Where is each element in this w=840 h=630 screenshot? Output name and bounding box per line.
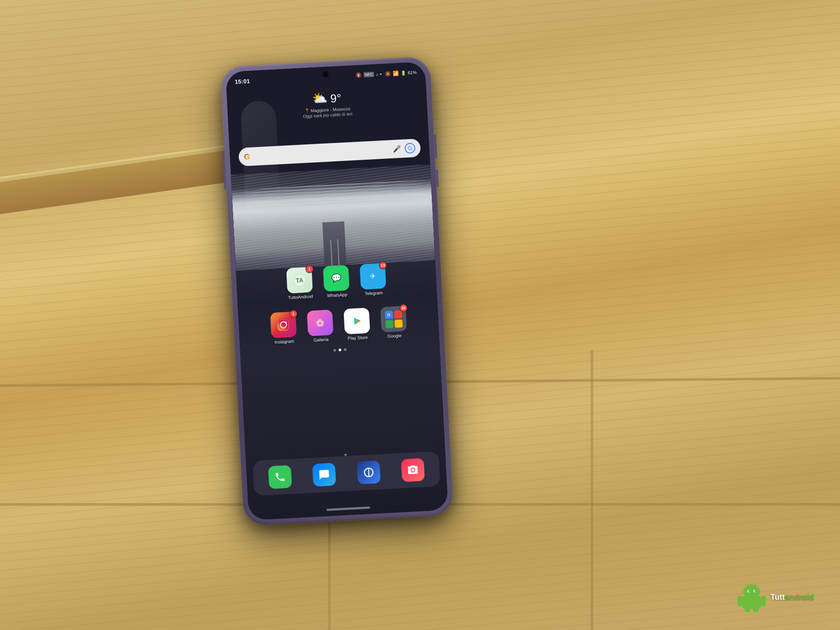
location-pin-icon: 📍: [304, 108, 310, 114]
svg-text:🌸: 🌸: [315, 318, 325, 327]
weather-icon: ⛅: [312, 91, 328, 106]
tuttoa-brand-text: Tuttandroid: [770, 593, 814, 602]
telegram-badge: 13: [379, 261, 387, 270]
svg-point-21: [749, 591, 750, 592]
android-mascot-icon: [736, 582, 767, 612]
dot-icon: •: [380, 71, 382, 77]
grout-line-v2: [591, 350, 593, 630]
instagram-label: Instagram: [274, 339, 294, 344]
svg-rect-27: [738, 596, 742, 607]
battery-icon: 🔋: [401, 70, 406, 76]
telegram-icon-wrapper: ✈ 13: [360, 263, 386, 290]
svg-point-0: [408, 147, 411, 150]
app-whatsapp[interactable]: 💬 WhatsApp: [320, 265, 353, 298]
app-telegram[interactable]: ✈ 13 Telegram: [357, 263, 390, 297]
telegram-label: Telegram: [365, 290, 383, 296]
svg-text:✈: ✈: [370, 272, 376, 280]
svg-point-25: [747, 584, 749, 586]
galleria-label: Galleria: [313, 337, 329, 343]
playstore-icon: [343, 308, 370, 334]
weather-temperature: 9°: [330, 91, 341, 105]
google-label: Google: [387, 333, 402, 339]
svg-rect-28: [761, 596, 766, 607]
svg-point-18: [743, 584, 760, 598]
page-dot-2-active: [339, 349, 341, 351]
google-folder-badge: 26: [399, 304, 408, 312]
ocean-wallpaper: [231, 164, 435, 271]
phone-frame: 15:01 🔇 NFC ♪ • 🔕 📶 🔋 61% ⛅ 9°: [220, 56, 454, 526]
instagram-icon-wrapper: 1: [270, 312, 297, 338]
dock-camera-icon[interactable]: [401, 458, 425, 482]
search-spacer: [254, 149, 390, 156]
tuttoa-icon-wrapper: TA 1: [286, 267, 313, 294]
nfc-icon: NFC: [364, 72, 374, 77]
status-icons: 🔇 NFC ♪ • 🔕 📶 🔋 61%: [356, 69, 417, 78]
mute-sound-icon: 🔕: [385, 70, 392, 77]
app-google[interactable]: G 26 Google: [377, 305, 410, 339]
svg-text:💬: 💬: [331, 273, 342, 283]
search-lens-icon[interactable]: [405, 143, 416, 154]
tuttoa-accent-text: android: [785, 593, 814, 602]
tuttoa-logo: Tuttandroid: [736, 582, 814, 612]
svg-rect-30: [753, 607, 759, 612]
svg-point-22: [755, 591, 756, 592]
search-mic-icon[interactable]: 🎤: [393, 145, 402, 153]
svg-rect-29: [745, 607, 750, 612]
tuttoa-badge: 1: [305, 265, 314, 273]
app-galleria[interactable]: 🌸 Galleria: [304, 309, 337, 343]
app-instagram[interactable]: 1 Instagram: [267, 312, 300, 345]
signal-icon: 📶: [393, 70, 399, 76]
dock-messages-icon[interactable]: [312, 463, 336, 487]
whatsapp-icon: 💬: [323, 265, 350, 292]
google-logo: G: [244, 152, 250, 161]
battery-level: 61%: [408, 70, 417, 75]
app-tuttoa[interactable]: TA 1 TuttoAndroid: [283, 267, 316, 301]
weather-widget: ⛅ 9° 📍 Maggiore - Musocco Oggi sarà più …: [302, 90, 353, 119]
svg-line-1: [411, 149, 413, 150]
tiktok-icon: ♪: [376, 72, 378, 77]
phone-screen: 15:01 🔇 NFC ♪ • 🔕 📶 🔋 61% ⛅ 9°: [225, 62, 448, 520]
whatsapp-icon-wrapper: 💬: [323, 265, 350, 292]
app-playstore[interactable]: Play Store: [340, 308, 374, 341]
page-dot-1: [333, 349, 336, 351]
svg-text:TA: TA: [295, 276, 303, 284]
google-icon-wrapper: G 26: [380, 306, 407, 332]
galleria-icon: 🌸: [307, 310, 333, 336]
mute-icon: 🔇: [356, 72, 362, 78]
svg-point-26: [755, 584, 756, 586]
dock-phone-icon[interactable]: [268, 465, 292, 489]
dock-samsung-icon[interactable]: [357, 460, 381, 484]
galleria-icon-wrapper: 🌸: [307, 310, 333, 336]
playstore-icon-wrapper: [343, 308, 370, 334]
status-time: 15:01: [234, 77, 250, 85]
phone: 15:01 🔇 NFC ♪ • 🔕 📶 🔋 61% ⛅ 9°: [220, 56, 454, 526]
instagram-badge: 1: [289, 310, 298, 318]
ocean-image: [231, 164, 435, 271]
page-dot-3: [344, 348, 346, 351]
